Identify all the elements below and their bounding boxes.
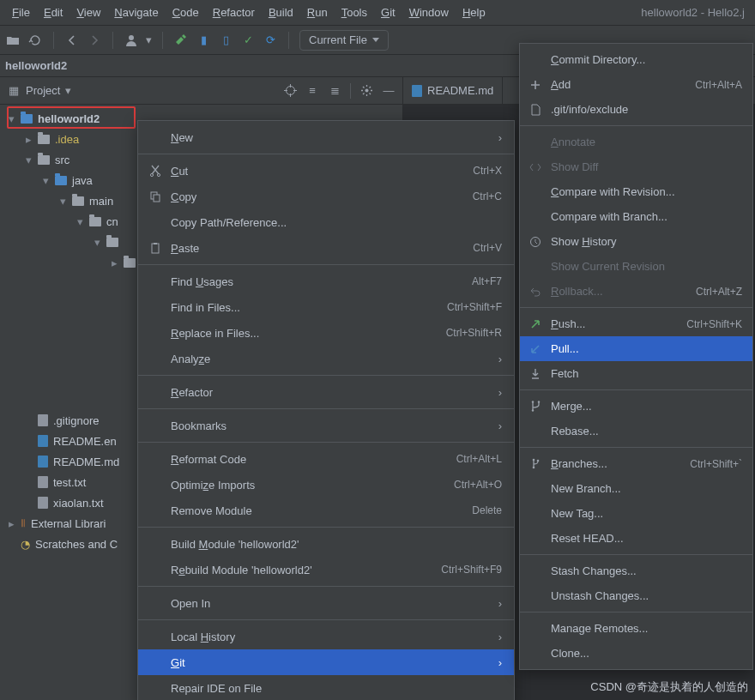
context-menu-item[interactable]: Bookmarks› [138,413,514,438]
context-menu-item[interactable]: Find in Files...Ctrl+Shift+F [138,294,514,320]
menu-item-label: Optimize Imports [171,479,445,492]
context-menu-item[interactable]: Rebuild Module 'helloworld2'Ctrl+Shift+F… [138,557,514,582]
menu-refactor[interactable]: Refactor [206,3,262,22]
back-icon[interactable] [64,33,80,48]
file-new-icon[interactable]: ▮ [196,33,211,48]
git-menu-item[interactable]: Compare with Branch... [520,204,752,229]
menu-build[interactable]: Build [262,3,300,22]
context-menu-item[interactable]: Find UsagesAlt+F7 [138,269,514,294]
shortcut-label: Ctrl+Alt+O [454,479,502,491]
git-menu-item[interactable]: Annotate [520,130,752,154]
git-menu-item[interactable]: New Tag... [520,501,752,526]
menu-run[interactable]: Run [300,3,335,22]
branch-icon [528,458,542,469]
scratch-icon: ◔ [21,538,30,551]
context-menu-item[interactable]: Open In› [138,590,514,616]
context-menu-item[interactable]: CutCtrl+X [138,158,514,184]
git-menu-item[interactable]: Clone... [520,641,752,666]
git-menu-item[interactable]: .git/info/exclude [520,97,752,122]
file-icon [38,497,48,509]
context-menu-item[interactable]: Git› [138,649,514,675]
breadcrumb[interactable]: helloworld2 [5,59,67,72]
context-menu-item[interactable]: CopyCtrl+C [138,184,514,209]
git-menu-item[interactable]: Show Current Revision [520,254,752,279]
menu-help[interactable]: Help [456,3,492,22]
hammer-icon[interactable] [173,33,189,48]
git-menu-item[interactable]: Rollback...Ctrl+Alt+Z [520,279,752,304]
menu-item-label: Copy [171,190,464,203]
menu-separator [520,554,752,555]
menu-separator [138,586,514,587]
context-menu-item[interactable]: Replace in Files...Ctrl+Shift+R [138,320,514,346]
menu-item-label: Unstash Changes... [551,589,742,602]
menu-view[interactable]: View [69,3,107,22]
menu-tools[interactable]: Tools [335,3,374,22]
menu-item-label: Manage Remotes... [551,622,742,635]
git-menu-item[interactable]: AddCtrl+Alt+A [520,72,752,97]
run-config-dropdown[interactable]: Current File [299,30,389,51]
open-icon[interactable] [5,33,21,48]
shortcut-label: Ctrl+C [473,190,502,202]
git-menu-item[interactable]: Stash Changes... [520,558,752,583]
refresh-icon[interactable] [27,33,43,48]
git-menu-item[interactable]: Branches...Ctrl+Shift+` [520,451,752,476]
context-menu-item[interactable]: Repair IDE on File [138,675,514,700]
menu-git[interactable]: Git [374,3,402,22]
context-menu-item[interactable]: Local History› [138,624,514,649]
menu-item-label: Local History [171,631,490,643]
project-view-label: Project [26,84,60,97]
menu-window[interactable]: Window [402,3,456,22]
menu-code[interactable]: Code [166,3,206,22]
context-menu-item[interactable]: Remove ModuleDelete [138,498,514,523]
context-menu-item[interactable]: New› [138,124,514,150]
gear-icon[interactable] [359,84,373,98]
git-menu-item[interactable]: Unstash Changes... [520,583,752,608]
git-menu-item[interactable]: Commit Directory... [520,47,752,72]
git-menu-item[interactable]: Reset HEAD... [520,526,752,551]
git-menu-item[interactable]: Fetch [520,361,752,386]
context-menu-item[interactable]: Analyze› [138,346,514,371]
git-menu-item[interactable]: New Branch... [520,476,752,501]
context-menu-item[interactable]: Optimize ImportsCtrl+Alt+O [138,472,514,498]
git-submenu[interactable]: Commit Directory...AddCtrl+Alt+A.git/inf… [519,43,753,670]
folder-icon [72,196,84,206]
git-menu-item[interactable]: Pull... [520,336,752,361]
menu-item-label: Refactor [171,386,490,399]
git-menu-item[interactable]: Compare with Revision... [520,179,752,204]
git-menu-item[interactable]: Push...Ctrl+Shift+K [520,311,752,336]
copy-icon [148,190,162,202]
git-menu-item[interactable]: Show History [520,229,752,254]
menu-navigate[interactable]: Navigate [107,3,165,22]
file2-icon[interactable]: ▯ [218,33,233,48]
shortcut-label: Ctrl+Shift+` [690,458,742,470]
git-menu-item[interactable]: Manage Remotes... [520,616,752,641]
svg-point-0 [129,35,134,40]
editor-tab[interactable]: README.md [403,77,503,104]
menu-file[interactable]: File [5,3,37,22]
context-menu-item[interactable]: Refactor› [138,379,514,405]
menu-separator [520,447,752,448]
shortcut-label: Ctrl+X [473,165,502,177]
folder-icon [38,135,50,144]
menu-item-label: Compare with Branch... [551,210,742,223]
update-icon[interactable]: ⟳ [263,33,278,48]
collapse-all-icon[interactable]: ≣ [328,84,341,98]
user-icon[interactable] [124,33,139,48]
menu-edit[interactable]: Edit [37,3,69,22]
git-menu-item[interactable]: Rebase... [520,419,752,444]
check-icon[interactable]: ✓ [240,33,256,48]
context-menu-item[interactable]: PasteCtrl+V [138,235,514,261]
forward-icon[interactable] [87,33,102,48]
context-menu[interactable]: New›CutCtrl+XCopyCtrl+CCopy Path/Referen… [137,120,515,700]
minimize-icon[interactable]: — [382,84,396,98]
menu-item-label: Copy Path/Reference... [171,216,502,229]
target-icon[interactable] [283,84,297,98]
context-menu-item[interactable]: Reformat CodeCtrl+Alt+L [138,446,514,472]
expand-all-icon[interactable]: ≡ [305,84,319,98]
context-menu-item[interactable]: Copy Path/Reference... [138,209,514,235]
context-menu-item[interactable]: Build Module 'helloworld2' [138,531,514,557]
git-menu-item[interactable]: Merge... [520,394,752,419]
project-view-dropdown[interactable]: Project ▾ [26,84,71,97]
git-menu-item[interactable]: Show Diff [520,154,752,179]
svg-rect-6 [154,195,160,202]
